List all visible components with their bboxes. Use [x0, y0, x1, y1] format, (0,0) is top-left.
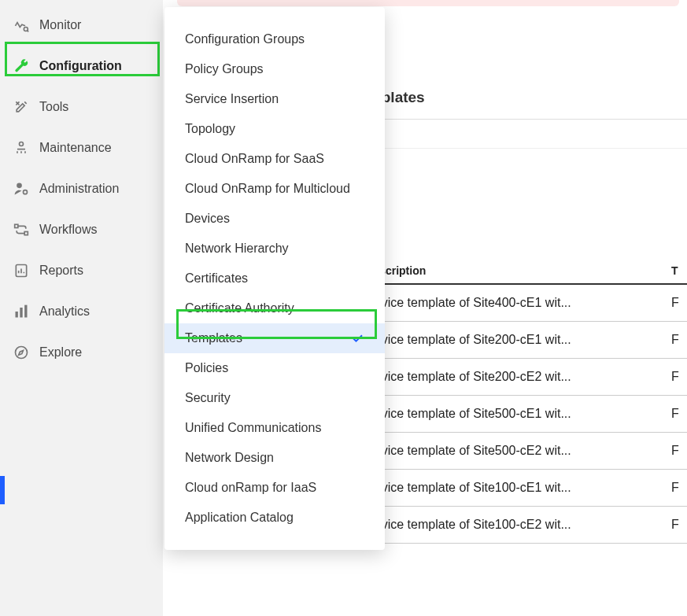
- sidebar-item-label: Reports: [39, 264, 83, 278]
- svg-rect-4: [15, 224, 18, 227]
- svg-point-10: [16, 347, 28, 359]
- tools-icon: [11, 99, 31, 115]
- configuration-dropdown: Configuration GroupsPolicy GroupsService…: [164, 7, 385, 550]
- menu-item-label: Service Insertion: [185, 92, 279, 106]
- menu-item-label: Topology: [185, 122, 235, 136]
- col-description-header[interactable]: Description: [362, 258, 668, 284]
- alert-band: [177, 0, 679, 6]
- cell-description: Device template of Site500-cE1 wit...: [362, 396, 668, 433]
- menu-item-devices[interactable]: Devices: [164, 204, 385, 234]
- sidebar-item-maintenance[interactable]: Maintenance: [0, 127, 163, 168]
- sidebar-item-label: Explore: [39, 345, 82, 360]
- sidebar-item-reports[interactable]: Reports: [0, 250, 163, 291]
- menu-item-network-hierarchy[interactable]: Network Hierarchy: [164, 234, 385, 264]
- menu-item-label: Unified Communications: [185, 421, 321, 435]
- sidebar-item-monitor[interactable]: Monitor: [0, 5, 163, 46]
- menu-item-label: Network Design: [185, 451, 274, 465]
- maintenance-icon: [11, 140, 31, 156]
- menu-item-label: Certificate Authority: [185, 301, 294, 315]
- wrench-icon: [11, 58, 31, 74]
- analytics-icon: [11, 304, 31, 319]
- svg-point-2: [17, 183, 22, 189]
- cell-description: Device template of Site200-cE1 wit...: [362, 322, 668, 359]
- cell-trail: F: [668, 359, 687, 396]
- menu-item-label: Templates: [185, 331, 242, 345]
- sidebar-item-configuration[interactable]: Configuration: [0, 46, 163, 87]
- menu-item-label: Cloud onRamp for IaaS: [185, 481, 316, 495]
- cell-trail: F: [668, 322, 687, 359]
- col-trailer-header[interactable]: T: [668, 258, 687, 284]
- menu-item-certificate-authority[interactable]: Certificate Authority: [164, 293, 385, 323]
- cell-trail: F: [668, 433, 687, 470]
- svg-rect-8: [20, 308, 22, 318]
- menu-item-label: Policy Groups: [185, 62, 264, 76]
- reports-icon: [11, 263, 31, 278]
- cell-description: Device template of Site500-cE2 wit...: [362, 433, 668, 470]
- sidebar-item-analytics[interactable]: Analytics: [0, 291, 163, 332]
- sidebar-item-explore[interactable]: Explore: [0, 332, 163, 373]
- menu-item-label: Cloud OnRamp for SaaS: [185, 152, 324, 166]
- cell-trail: F: [668, 396, 687, 433]
- sidebar-item-tools[interactable]: Tools: [0, 87, 163, 127]
- cell-description: Device template of Site100-cE2 wit...: [362, 507, 668, 544]
- administration-icon: [11, 181, 31, 197]
- svg-point-1: [20, 142, 24, 146]
- menu-item-topology[interactable]: Topology: [164, 114, 385, 144]
- svg-rect-5: [24, 232, 28, 235]
- cell-description: Device template of Site100-cE1 wit...: [362, 470, 668, 507]
- sidebar-item-label: Workflows: [39, 223, 98, 237]
- cell-trail: F: [668, 507, 687, 544]
- menu-item-application-catalog[interactable]: Application Catalog: [164, 503, 385, 533]
- menu-item-label: Security: [185, 391, 231, 405]
- cell-description: Device template of Site400-cE1 wit...: [362, 284, 668, 322]
- menu-item-policy-groups[interactable]: Policy Groups: [164, 54, 385, 84]
- menu-item-templates[interactable]: Templates: [164, 323, 385, 353]
- sidebar-item-label: Tools: [39, 100, 68, 114]
- menu-item-label: Application Catalog: [185, 511, 294, 525]
- menu-item-label: Certificates: [185, 271, 248, 286]
- sidebar-item-administration[interactable]: Administration: [0, 168, 163, 209]
- monitor-icon: [11, 17, 31, 33]
- check-icon: [350, 331, 364, 345]
- menu-item-network-design[interactable]: Network Design: [164, 443, 385, 473]
- svg-point-3: [24, 190, 28, 194]
- sidebar-item-label: Monitor: [39, 18, 81, 32]
- menu-item-unified-communications[interactable]: Unified Communications: [164, 413, 385, 443]
- menu-item-policies[interactable]: Policies: [164, 353, 385, 383]
- menu-item-security[interactable]: Security: [164, 383, 385, 413]
- sidebar-item-label: Maintenance: [39, 141, 112, 155]
- sidebar-item-label: Analytics: [39, 304, 90, 319]
- menu-item-configuration-groups[interactable]: Configuration Groups: [164, 24, 385, 54]
- main-area: Configuration Configuration > Feature Te…: [163, 0, 687, 616]
- menu-item-service-insertion[interactable]: Service Insertion: [164, 84, 385, 114]
- svg-rect-7: [16, 312, 18, 318]
- menu-item-label: Policies: [185, 361, 228, 375]
- sidebar-item-workflows[interactable]: Workflows: [0, 209, 163, 250]
- svg-rect-9: [24, 305, 27, 318]
- menu-item-cloud-onramp-for-saas[interactable]: Cloud OnRamp for SaaS: [164, 144, 385, 174]
- cell-trail: F: [668, 470, 687, 507]
- menu-item-label: Network Hierarchy: [185, 242, 289, 256]
- menu-item-label: Devices: [185, 212, 230, 226]
- menu-item-certificates[interactable]: Certificates: [164, 264, 385, 293]
- menu-item-cloud-onramp-for-multicloud[interactable]: Cloud OnRamp for Multicloud: [164, 174, 385, 204]
- explore-icon: [11, 345, 31, 360]
- workflows-icon: [11, 222, 31, 238]
- accent-bar: [0, 476, 5, 504]
- sidebar-item-label: Configuration: [39, 59, 122, 73]
- sidebar-item-label: Administration: [39, 182, 119, 196]
- menu-item-cloud-onramp-for-iaas[interactable]: Cloud onRamp for IaaS: [164, 473, 385, 503]
- menu-item-label: Configuration Groups: [185, 32, 305, 46]
- menu-item-label: Cloud OnRamp for Multicloud: [185, 182, 350, 196]
- cell-trail: F: [668, 284, 687, 322]
- sidebar: Monitor Configuration Tools Maintenance …: [0, 0, 163, 616]
- cell-description: Device template of Site200-cE2 wit...: [362, 359, 668, 396]
